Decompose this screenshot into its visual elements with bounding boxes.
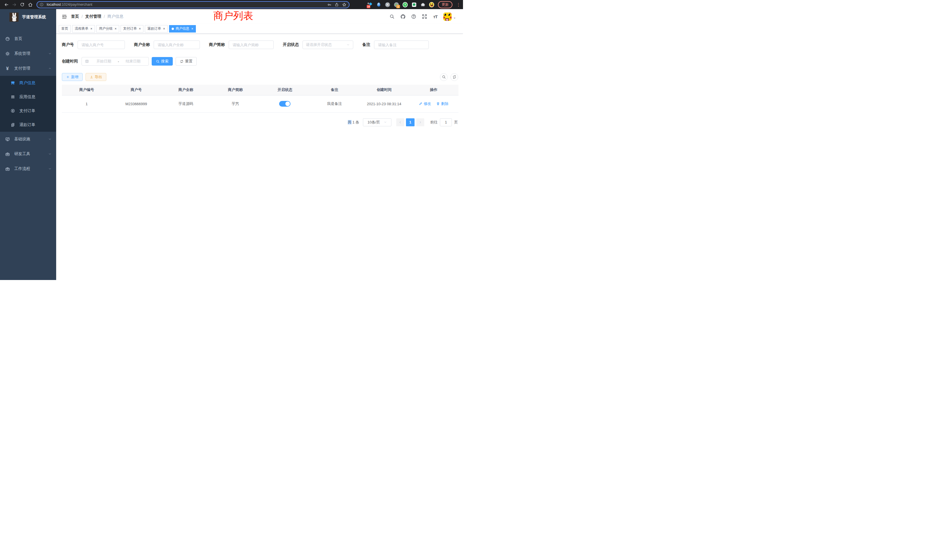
close-icon[interactable]: ×: [115, 27, 117, 30]
tab-merchant-info[interactable]: 商户信息×: [169, 25, 196, 32]
extension-chat-icon[interactable]: [412, 2, 416, 7]
search-button[interactable]: 搜索: [152, 57, 173, 65]
sidebar-item-pay-order[interactable]: 支付订单: [0, 104, 56, 118]
share-icon[interactable]: [333, 2, 340, 8]
sidebar-item-home[interactable]: 首页: [0, 31, 56, 46]
rabbit-logo-icon: [9, 12, 18, 22]
user-menu[interactable]: [443, 12, 456, 21]
tab-user-group[interactable]: 用户分组×: [96, 25, 119, 32]
sidebar-item-workflow[interactable]: 工作流程: [0, 161, 56, 176]
document-icon: [11, 123, 15, 127]
sidebar-collapse-icon[interactable]: [59, 11, 69, 22]
breadcrumb-current: 商户信息: [107, 14, 123, 19]
browser-menu-icon[interactable]: ⋮: [456, 2, 461, 8]
close-icon[interactable]: ×: [90, 27, 92, 30]
browser-back-button[interactable]: [2, 1, 10, 9]
status-toggle[interactable]: [279, 101, 291, 107]
sidebar-item-infrastructure[interactable]: 基础设施: [0, 132, 56, 147]
extension-emoji-icon[interactable]: [429, 2, 434, 7]
sidebar-item-dev-tools[interactable]: 研发工具: [0, 147, 56, 161]
chevron-left-icon: [399, 121, 402, 124]
table-row: 1 M233666999 芋道源码 芋艿 我是备注 2021-10-23 08:…: [62, 95, 458, 112]
bookmark-star-icon[interactable]: [340, 2, 348, 8]
chevron-down-icon: [453, 17, 456, 20]
tab-pay-order[interactable]: 支付订单×: [121, 25, 144, 32]
gear-icon: [5, 51, 10, 56]
remark-input[interactable]: [374, 41, 429, 49]
sidebar-item-merchant-info[interactable]: 商户信息: [0, 76, 56, 90]
extension-blocks-icon[interactable]: 10: [367, 2, 372, 7]
tab-refund-order[interactable]: 退款订单×: [145, 25, 168, 32]
extension-y-icon[interactable]: Y: [402, 2, 408, 7]
merchant-shortname-input[interactable]: [228, 41, 274, 49]
refresh-table-button[interactable]: [451, 73, 458, 81]
goto-page-input[interactable]: [440, 118, 452, 126]
dashboard-icon: [5, 36, 10, 41]
browser-forward-button[interactable]: [10, 1, 18, 9]
app-title: 芋道管理系统: [22, 15, 46, 20]
breadcrumb-home[interactable]: 首页: [71, 14, 79, 19]
header-search-icon[interactable]: [389, 14, 395, 20]
sidebar-item-system[interactable]: 系统管理: [0, 46, 56, 61]
search-icon: [156, 60, 160, 63]
breadcrumb-payment[interactable]: 支付管理: [85, 14, 101, 19]
help-icon[interactable]: [411, 14, 416, 20]
sidebar-item-payment[interactable]: ¥ 支付管理: [0, 61, 56, 76]
tab-process-form[interactable]: 流程表单×: [72, 25, 95, 32]
sidebar: 芋道管理系统 首页 系统管理 ¥ 支付管理 商户信息: [0, 9, 56, 280]
sidebar-logo[interactable]: 芋道管理系统: [0, 9, 56, 25]
browser-update-button[interactable]: 更新: [438, 1, 452, 8]
tab-home[interactable]: 首页: [59, 25, 71, 32]
merchant-no-input[interactable]: [77, 41, 125, 49]
cell-created: 2021-10-23 08:31:14: [359, 95, 409, 112]
merchant-shortname-label: 商户简称: [209, 42, 225, 47]
chevron-right-icon: [419, 121, 422, 124]
search-form-row-2: 创建时间 开始日期 - 结束日期 搜索 重置: [62, 57, 458, 65]
close-icon[interactable]: ×: [139, 27, 141, 30]
add-button[interactable]: 新增: [62, 73, 83, 81]
page-number-button[interactable]: 1: [406, 118, 415, 126]
status-select[interactable]: 请选择开启状态: [303, 41, 353, 49]
github-icon[interactable]: [400, 14, 406, 20]
sidebar-item-refund-order[interactable]: 退款订单: [0, 118, 56, 132]
merchant-table: 商户编号 商户号 商户全称 商户简称 开启状态 备注 创建时间 操作 1 M23…: [62, 85, 458, 113]
site-info-icon[interactable]: [38, 2, 45, 8]
top-navbar: 首页 / 支付管理 / 商户信息 тT: [56, 9, 463, 24]
text-size-icon[interactable]: тT: [433, 14, 438, 20]
next-page-button[interactable]: [416, 118, 424, 126]
close-icon[interactable]: ×: [191, 27, 193, 30]
navbar-actions: тT: [389, 12, 456, 21]
close-icon[interactable]: ×: [163, 27, 165, 30]
prev-page-button[interactable]: [396, 118, 404, 126]
pagination-total: 共 1 条: [348, 120, 359, 125]
url-path: :1024/pay/merchant: [61, 3, 92, 6]
edit-link[interactable]: 修改: [419, 101, 431, 106]
toggle-search-button[interactable]: [440, 73, 448, 81]
yen-icon: ¥: [5, 66, 10, 71]
reset-button[interactable]: 重置: [176, 57, 197, 65]
grid-icon: [11, 95, 15, 99]
delete-link[interactable]: 删除: [436, 101, 448, 106]
extensions-puzzle-icon[interactable]: [420, 2, 425, 7]
merchant-fullname-label: 商户全称: [134, 42, 150, 47]
yen-circle-icon: [11, 108, 15, 113]
sidebar-item-app-info[interactable]: 应用信息: [0, 90, 56, 104]
extension-recorder-icon[interactable]: 1: [394, 2, 399, 7]
password-key-icon[interactable]: [325, 2, 333, 8]
date-range-picker[interactable]: 开始日期 - 结束日期: [82, 57, 149, 65]
extension-command-icon[interactable]: ⌘: [385, 2, 390, 7]
chevron-up-icon: [48, 67, 51, 70]
sidebar-menu: 首页 系统管理 ¥ 支付管理 商户信息 应用信息: [0, 31, 56, 176]
page-size-select[interactable]: 10条/页: [363, 118, 392, 126]
extension-balloon-icon[interactable]: [376, 2, 381, 7]
edit-icon: [419, 102, 422, 106]
browser-reload-button[interactable]: [18, 1, 26, 9]
address-bar[interactable]: localhost:1024/pay/merchant: [36, 1, 350, 8]
plus-icon: [66, 75, 70, 79]
browser-home-button[interactable]: [26, 1, 34, 9]
status-label: 开启状态: [283, 42, 299, 47]
export-button[interactable]: 导出: [86, 73, 106, 81]
merchant-fullname-input[interactable]: [154, 41, 200, 49]
start-date-placeholder: 开始日期: [92, 59, 116, 64]
fullscreen-icon[interactable]: [422, 14, 427, 20]
